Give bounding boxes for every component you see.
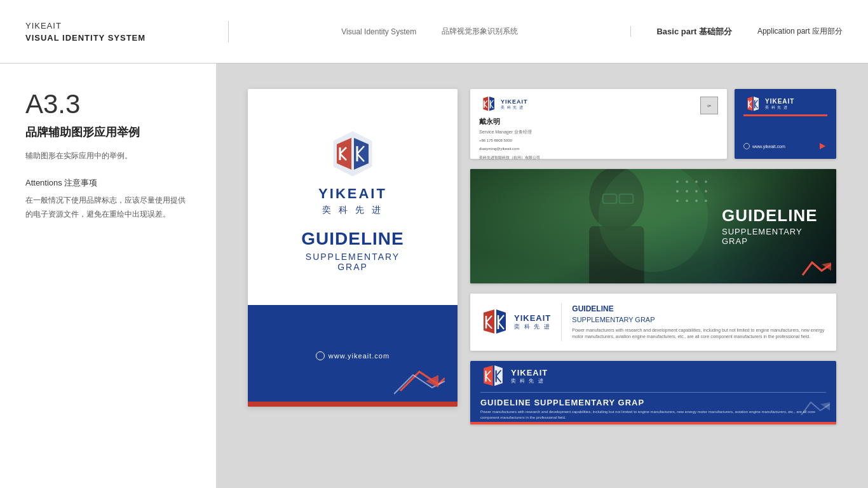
info-chinese-name: 奕 科 先 进 bbox=[514, 323, 551, 331]
nav-item-vis[interactable]: Visual Identity System bbox=[341, 27, 416, 36]
banner-guideline-title: GUIDELINE SUPPLEMENTARY GRAP bbox=[480, 398, 826, 407]
sidebar: A3.3 品牌辅助图形应用举例 辅助图形在实际应用中的举例。 Attention… bbox=[0, 64, 216, 488]
banner-desc: Power manufacturers with research and de… bbox=[480, 409, 826, 421]
attention-body: 在一般情况下使用品牌标志，应该尽量使用提供的电子资源文件，避免在重绘中出现误差。 bbox=[25, 194, 191, 221]
brochure-bottom: www.yikeait.com bbox=[248, 305, 458, 407]
bc-right: QR bbox=[700, 97, 718, 151]
svg-marker-26 bbox=[820, 143, 825, 149]
header-nav-right: Basic part 基础部分 Application part 应用部分 bbox=[631, 26, 843, 37]
banner-card: YIKEAIT 奕 科 先 进 GUIDELINE SUPPLEMENTARY … bbox=[470, 361, 836, 424]
bc-blue-chinese: 奕 科 先 进 bbox=[765, 105, 794, 111]
info-guideline: GUIDELINE bbox=[572, 304, 826, 313]
brochure-website: www.yikeait.com bbox=[316, 351, 390, 360]
brand-name-top: YIKEAIT bbox=[25, 21, 215, 30]
bc-blue-logo-icon bbox=[743, 97, 761, 112]
bc-title: Service Manager 业务经理 bbox=[479, 129, 694, 135]
bc-left: YIKEAIT 奕 科 先 进 戴永明 Service Manager 业务经理… bbox=[479, 97, 694, 161]
svg-point-41 bbox=[676, 200, 679, 202]
bc-brand-info: YIKEAIT 奕 科 先 进 bbox=[501, 98, 528, 111]
svg-rect-30 bbox=[603, 194, 617, 203]
bc-blue-stripe bbox=[743, 114, 827, 116]
svg-point-39 bbox=[695, 190, 698, 193]
banner-logo-row: YIKEAIT 奕 科 先 进 bbox=[480, 365, 826, 387]
attention-title: Attentions 注意事项 bbox=[25, 177, 191, 189]
svg-point-35 bbox=[695, 180, 698, 183]
bc-brand-text: YIKEAIT bbox=[501, 98, 528, 105]
bc-blue-bottom: www.yikeait.com bbox=[743, 141, 827, 151]
business-card-white: YIKEAIT 奕 科 先 进 戴永明 Service Manager 业务经理… bbox=[470, 89, 727, 159]
brochure-logo bbox=[327, 128, 378, 179]
section-description: 辅助图形在实际应用中的举例。 bbox=[25, 150, 191, 162]
bc-chinese-small: 奕 科 先 进 bbox=[501, 105, 528, 111]
svg-point-28 bbox=[589, 169, 644, 231]
header: YIKEAIT VISUAL IDENTITY SYSTEM Visual Id… bbox=[0, 0, 868, 64]
bc-email: diaoyming@yikeait.com bbox=[479, 146, 694, 152]
brochure-chinese-name: 奕 科 先 进 bbox=[322, 205, 383, 216]
svg-point-43 bbox=[695, 200, 698, 202]
nav-basic-part[interactable]: Basic part 基础部分 bbox=[656, 26, 731, 37]
photo-wave-icon bbox=[799, 259, 831, 278]
wave-decoration-icon bbox=[394, 365, 445, 397]
photo-card: GUIDELINE SUPPLEMENTARY GRAP bbox=[470, 169, 836, 283]
info-supplementary: SUPPLEMENTARY GRAP bbox=[572, 316, 826, 323]
brochure-top: YIKEAIT 奕 科 先 进 GUIDELINE SUPPLEMENTARY … bbox=[248, 89, 458, 305]
svg-point-40 bbox=[705, 190, 707, 193]
svg-point-37 bbox=[676, 190, 679, 193]
header-nav-center: Visual Identity System 品牌视觉形象识别系统 bbox=[229, 26, 631, 37]
svg-point-44 bbox=[705, 200, 707, 202]
banner-bottom: GUIDELINE SUPPLEMENTARY GRAP Power manuf… bbox=[480, 392, 826, 421]
svg-rect-29 bbox=[589, 226, 644, 283]
bc-blue-arrow-icon bbox=[817, 141, 827, 151]
brochure-supplementary: SUPPLEMENTARY bbox=[306, 252, 400, 262]
right-column: YIKEAIT 奕 科 先 进 戴永明 Service Manager 业务经理… bbox=[470, 89, 836, 424]
banner-chinese: 奕 科 先 进 bbox=[511, 377, 548, 384]
brand-name-bottom: VISUAL IDENTITY SYSTEM bbox=[25, 33, 215, 43]
globe-icon bbox=[316, 351, 325, 360]
info-brand-text: YIKEAIT 奕 科 先 进 bbox=[514, 313, 551, 331]
bc-company: 奕科先进智能科技（杭州）有限公司 bbox=[479, 155, 694, 161]
bc-logo-row: YIKEAIT 奕 科 先 进 bbox=[479, 97, 694, 112]
info-text-area: GUIDELINE SUPPLEMENTARY GRAP Power manuf… bbox=[572, 304, 826, 341]
section-number: A3.3 bbox=[25, 89, 191, 119]
photo-grap-text: GRAP bbox=[722, 236, 824, 246]
svg-marker-54 bbox=[484, 365, 492, 386]
banner-brand-name: YIKEAIT bbox=[511, 368, 548, 377]
business-card-blue: YIKEAIT 奕 科 先 进 www.yikeait.com bbox=[735, 89, 836, 159]
svg-point-42 bbox=[686, 200, 688, 202]
svg-point-33 bbox=[676, 180, 679, 183]
banner-brand-info: YIKEAIT 奕 科 先 进 bbox=[511, 368, 548, 384]
photo-supplementary-text: SUPPLEMENTARY bbox=[722, 227, 824, 236]
bc-blue-website: www.yikeait.com bbox=[752, 144, 785, 149]
content-area: YIKEAIT 奕 科 先 进 GUIDELINE SUPPLEMENTARY … bbox=[216, 64, 868, 488]
header-brand: YIKEAIT VISUAL IDENTITY SYSTEM bbox=[25, 21, 229, 43]
bc-name: 戴永明 bbox=[479, 117, 694, 126]
bc-qr-code: QR bbox=[700, 97, 718, 114]
svg-point-34 bbox=[686, 180, 688, 183]
nav-item-chinese[interactable]: 品牌视觉形象识别系统 bbox=[442, 26, 518, 37]
svg-point-36 bbox=[705, 180, 707, 183]
brochure-grap: GRAP bbox=[337, 262, 368, 272]
info-brand-name: YIKEAIT bbox=[514, 313, 551, 323]
brochure-brand-name: YIKEAIT bbox=[318, 186, 387, 202]
section-title: 品牌辅助图形应用举例 bbox=[25, 125, 191, 140]
photo-guideline-text: GUIDELINE bbox=[722, 207, 824, 225]
nav-application-part[interactable]: Application part 应用部分 bbox=[757, 26, 843, 37]
banner-wave-icon bbox=[798, 399, 830, 418]
brochure-bottom-stripe bbox=[248, 402, 458, 407]
info-logo-icon bbox=[480, 309, 509, 335]
bc-blue-logo-row: YIKEAIT 奕 科 先 进 bbox=[743, 97, 827, 112]
svg-marker-46 bbox=[484, 309, 494, 334]
dots-decoration-icon bbox=[671, 175, 735, 214]
svg-point-38 bbox=[686, 190, 688, 193]
bc-blue-globe-icon bbox=[743, 143, 750, 149]
brochure-card: YIKEAIT 奕 科 先 进 GUIDELINE SUPPLEMENTARY … bbox=[248, 89, 458, 407]
banner-logo-icon bbox=[480, 365, 506, 387]
business-card-row: YIKEAIT 奕 科 先 进 戴永明 Service Manager 业务经理… bbox=[470, 89, 836, 159]
bc-phone: +86 175 8808 5000 bbox=[479, 138, 694, 144]
banner-red-stripe bbox=[470, 422, 836, 424]
bc-blue-brand-name: YIKEAIT bbox=[765, 98, 794, 105]
info-logo-area: YIKEAIT 奕 科 先 进 bbox=[480, 309, 551, 335]
bc-blue-brand-info: YIKEAIT 奕 科 先 进 bbox=[765, 98, 794, 111]
svg-rect-31 bbox=[620, 194, 634, 203]
info-divider bbox=[561, 303, 562, 341]
